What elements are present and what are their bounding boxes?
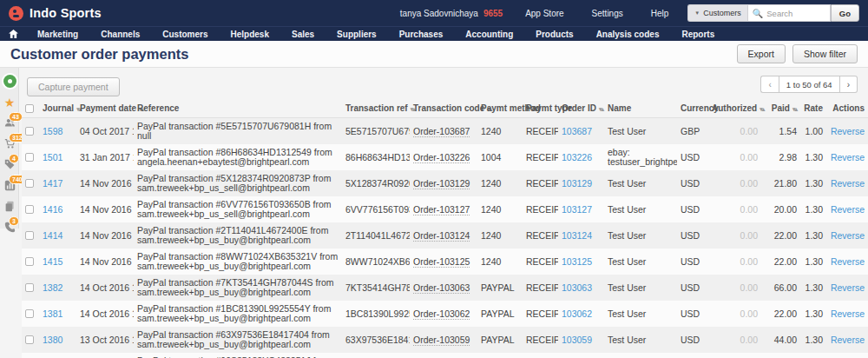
transaction-code: Order-103059 (413, 335, 470, 346)
column-header-payment-date[interactable]: Payment date▾▴ (76, 99, 134, 118)
order-id-link[interactable]: 103687 (562, 126, 592, 136)
order-id-link[interactable]: 103127 (562, 204, 592, 215)
order-id-link[interactable]: 103124 (562, 230, 592, 241)
search-icon: 🔍 (753, 9, 763, 18)
actions-cell: Reverse (826, 327, 868, 353)
currency-cell: GBP (677, 118, 708, 145)
journal-link[interactable]: 1414 (43, 230, 62, 241)
currency-cell: USD (677, 327, 708, 353)
row-checkbox[interactable] (25, 257, 34, 266)
nav-item-helpdesk[interactable]: Helpdesk (220, 30, 280, 39)
column-header-paid[interactable]: Paid▾▴ (761, 99, 800, 118)
nav-item-marketing[interactable]: Marketing (26, 30, 89, 39)
reverse-link[interactable]: Reverse (831, 204, 865, 215)
help-link[interactable]: Help (637, 9, 683, 18)
column-header-authorized[interactable]: Authorized▾▴ (708, 99, 761, 118)
nav-item-purchases[interactable]: Purchases (388, 30, 455, 39)
row-checkbox[interactable] (25, 231, 34, 240)
currency-cell: USD (677, 301, 708, 327)
row-checkbox[interactable] (25, 127, 34, 136)
row-checkbox[interactable] (25, 309, 34, 318)
brand[interactable]: Indo Sports (9, 6, 102, 21)
order-id-cell: 103063 (558, 275, 604, 301)
paymt-method-cell: PAYPAL (477, 301, 523, 327)
row-checkbox[interactable] (25, 335, 34, 344)
add-icon[interactable] (3, 75, 16, 88)
pages-icon[interactable] (3, 200, 16, 213)
row-checkbox[interactable] (25, 283, 34, 292)
order-id-link[interactable]: 103059 (562, 335, 592, 345)
order-id-link[interactable]: 103125 (562, 256, 592, 267)
reverse-link[interactable]: Reverse (831, 178, 865, 189)
column-header-transaction-ref[interactable]: Transaction ref▾▴ (342, 99, 410, 118)
select-all-checkbox[interactable] (25, 104, 34, 113)
journal-link[interactable]: 1382 (43, 282, 62, 293)
pagination-prev-button[interactable]: ‹ (760, 76, 778, 93)
nav-item-reports[interactable]: Reports (670, 30, 726, 39)
column-header-journal[interactable]: Journal▾▴ (39, 99, 76, 118)
authorized-cell: 0.00 (708, 249, 761, 275)
column-label: Actions (832, 103, 865, 113)
transaction-code: Order-103062 (413, 308, 470, 320)
search-input[interactable] (766, 9, 827, 18)
chart-icon[interactable]: 740 (3, 179, 16, 192)
search-go-button[interactable]: Go (831, 4, 859, 22)
reverse-link[interactable]: Reverse (831, 256, 865, 267)
order-id-link[interactable]: 103129 (562, 178, 592, 189)
nav-item-customers[interactable]: Customers (151, 30, 219, 39)
phone-icon[interactable]: 3 (3, 221, 16, 234)
journal-link[interactable]: 1380 (43, 335, 62, 345)
order-id-link[interactable]: 103063 (562, 282, 592, 293)
row-checkbox[interactable] (25, 205, 34, 214)
tags-icon[interactable]: 4 (3, 158, 16, 171)
nav-item-products[interactable]: Products (524, 30, 584, 39)
column-header-order-id[interactable]: Order ID▾▴ (558, 99, 604, 118)
paid-cell: 20.00 (761, 196, 800, 222)
nav-item-channels[interactable]: Channels (89, 30, 151, 39)
authorized-cell: 0.00 (708, 144, 761, 170)
row-checkbox[interactable] (25, 179, 34, 188)
journal-link[interactable]: 1598 (43, 126, 62, 136)
sort-arrows-icon[interactable]: ▾▴ (760, 106, 764, 112)
app-store-link[interactable]: App Store (511, 9, 577, 18)
reverse-link[interactable]: Reverse (831, 126, 865, 136)
cart-icon[interactable]: 312 (3, 137, 16, 150)
home-icon[interactable] (9, 30, 18, 38)
paymt-type-cell: RECEIPT (523, 275, 558, 301)
journal-link[interactable]: 1501 (43, 152, 62, 162)
export-button[interactable]: Export (737, 44, 786, 63)
pagination-next-button[interactable]: › (840, 76, 858, 93)
reverse-link[interactable]: Reverse (831, 308, 865, 319)
column-header-paymt-type: Paymt type (523, 99, 558, 118)
settings-link[interactable]: Settings (578, 9, 637, 18)
reverse-link[interactable]: Reverse (831, 282, 865, 293)
order-id-link[interactable]: 103062 (562, 308, 592, 319)
show-filter-button[interactable]: Show filter (792, 44, 858, 63)
nav-item-analysis-codes[interactable]: Analysis codes (585, 30, 671, 39)
journal-link[interactable]: 1381 (43, 308, 62, 319)
column-header-transaction-code[interactable]: Transaction code▾▴ (410, 99, 477, 118)
reverse-link[interactable]: Reverse (831, 152, 865, 162)
reverse-link[interactable]: Reverse (831, 335, 865, 345)
count-badge: 3 (9, 216, 19, 226)
brand-name: Indo Sports (30, 6, 102, 20)
star-icon[interactable]: ★ (3, 96, 16, 109)
transaction-code-cell: Order-103226 (410, 144, 477, 170)
search-scope-select[interactable]: ▼ Customers (687, 4, 746, 22)
nav-item-accounting[interactable]: Accounting (454, 30, 524, 39)
contacts-icon[interactable]: 43 (3, 116, 16, 129)
sort-arrows-icon[interactable]: ▾▴ (599, 106, 603, 112)
capture-payment-button[interactable]: Capture payment (27, 77, 120, 96)
user-name[interactable]: tanya Sadovnichaya (400, 9, 483, 18)
authorized-cell: 0.00 (708, 327, 761, 353)
nav-item-sales[interactable]: Sales (280, 30, 326, 39)
name-cell: Test User (604, 327, 677, 353)
journal-link[interactable]: 1416 (43, 204, 62, 215)
sort-arrows-icon[interactable]: ▾▴ (792, 106, 797, 112)
reverse-link[interactable]: Reverse (831, 230, 865, 241)
journal-link[interactable]: 1417 (43, 178, 62, 189)
order-id-link[interactable]: 103226 (562, 152, 592, 162)
row-checkbox[interactable] (25, 153, 34, 162)
journal-link[interactable]: 1415 (43, 256, 62, 267)
nav-item-suppliers[interactable]: Suppliers (326, 30, 388, 39)
